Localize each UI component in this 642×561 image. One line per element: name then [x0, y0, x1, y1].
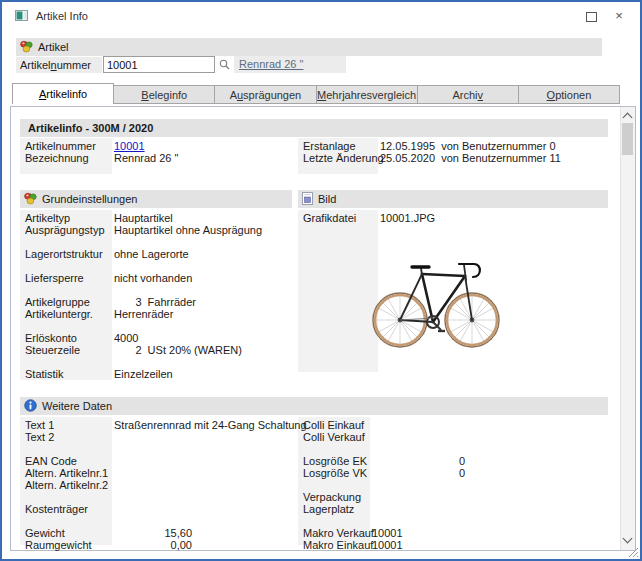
weitere-right-column: Colli EinkaufColli VerkaufLosgröße EK0Lo…	[298, 419, 598, 551]
field-row: Erstanlage12.05.1995 von Benutzernummer …	[298, 140, 598, 152]
field-row: StatistikEinzelzeilen	[20, 368, 296, 380]
resize-grip[interactable]	[628, 547, 639, 560]
artikelinfo-section-title: Artikelinfo - 300M / 2020	[24, 122, 153, 134]
field-value: 2 USt 20% (WAREN)	[112, 344, 242, 356]
maximize-button[interactable]	[580, 8, 602, 24]
field-value	[370, 503, 372, 515]
field-value: 0,00	[112, 539, 192, 551]
field-value	[112, 431, 114, 443]
field-row: Erlöskonto4000	[20, 332, 296, 344]
artikel-section-band: Artikel	[16, 38, 602, 56]
bild-column: Grafikdatei10001.JPG	[298, 212, 608, 224]
tab-optionen[interactable]: Optionen	[519, 85, 620, 104]
field-label: Statistik	[20, 368, 112, 380]
field-row: Gewicht15,60	[20, 527, 296, 539]
bezeichnung-link-cell: Rennrad 26 "	[234, 56, 346, 73]
close-button[interactable]: ×	[608, 8, 630, 24]
row-gap	[298, 479, 598, 491]
field-label: Lagerplatz	[298, 503, 370, 515]
field-label: Makro Verkauf	[298, 527, 370, 539]
field-label: Steuerzeile	[20, 344, 112, 356]
field-label: Colli Einkauf	[298, 419, 370, 431]
row-gap	[20, 284, 296, 296]
field-label: Artikeluntergr.	[20, 308, 112, 320]
tab-mehrjahresvergleich[interactable]: Mehrjahresvergleich	[317, 85, 418, 104]
bezeichnung-link[interactable]: Rennrad 26 "	[239, 58, 303, 70]
title-bar: Artikel Info ×	[2, 2, 640, 30]
tab-bar: ArtikelinfoBeleginfoAusprägungenMehrjahr…	[12, 83, 620, 104]
field-row: Altern. Artikelnr.2	[20, 479, 296, 491]
info-right-column: Erstanlage12.05.1995 von Benutzernummer …	[298, 140, 598, 164]
field-row: Artikelgruppe 3 Fahrräder	[20, 296, 296, 308]
field-value[interactable]: 10001	[112, 140, 145, 152]
row-gap	[20, 320, 296, 332]
field-row: AusprägungstypHauptartikel ohne Ausprägu…	[20, 224, 296, 236]
bicycle-image	[370, 234, 502, 356]
tab-beleginfo[interactable]: Beleginfo	[114, 85, 215, 104]
field-row: Colli Verkauf	[298, 431, 598, 443]
field-label: Losgröße VK	[298, 467, 370, 479]
field-label: Raumgewicht	[20, 539, 112, 551]
field-row: Liefersperrenicht vorhanden	[20, 272, 296, 284]
tab-ausprägungen[interactable]: Ausprägungen	[215, 85, 316, 104]
field-row: Text 2	[20, 431, 296, 443]
row-gap	[20, 260, 296, 272]
field-row: Steuerzeile 2 USt 20% (WAREN)	[20, 344, 296, 356]
field-row: EAN Code	[20, 455, 296, 467]
row-gap	[20, 491, 296, 503]
field-row: Kostenträger	[20, 503, 296, 515]
field-value	[370, 419, 372, 431]
field-value: Herrenräder	[112, 308, 173, 320]
bild-band: Bild	[298, 190, 608, 208]
field-label: Bezeichnung	[20, 152, 112, 164]
vertical-scrollbar[interactable]	[620, 107, 635, 550]
field-row: Losgröße EK0	[298, 455, 598, 467]
grundeinstellungen-title: Grundeinstellungen	[42, 193, 137, 205]
artikel-info-window: Artikel Info × Artikel Artikelnummer Ren…	[0, 0, 642, 561]
field-label: Lagerortstruktur	[20, 248, 112, 260]
scrollbar-thumb[interactable]	[622, 123, 633, 155]
weitere-daten-title: Weitere Daten	[42, 400, 112, 412]
artikelnummer-input[interactable]	[103, 56, 215, 73]
artikel-icon	[20, 40, 33, 55]
field-label: Letzte Änderung	[298, 152, 378, 164]
search-icon[interactable]	[219, 59, 230, 72]
field-value: Rennrad 26 "	[112, 152, 178, 164]
field-value: 4000	[112, 332, 138, 344]
info-left-column: Artikelnummer10001BezeichnungRennrad 26 …	[20, 140, 296, 164]
field-value: Hauptartikel ohne Ausprägung	[112, 224, 262, 236]
weitere-left-column: Text 1Straßenrennrad mit 24-Gang Schaltu…	[20, 419, 296, 551]
field-label: Colli Verkauf	[298, 431, 370, 443]
field-value: 12.05.1995 von Benutzernummer 0	[378, 140, 556, 152]
field-label: Text 1	[20, 419, 112, 431]
field-row: Altern. Artikelnr.1	[20, 467, 296, 479]
field-value	[112, 467, 114, 479]
field-row: Lagerplatz	[298, 503, 598, 515]
field-label: Makro Einkauf	[298, 539, 370, 551]
field-value: 3 Fahrräder	[112, 296, 196, 308]
weitere-daten-band: Weitere Daten	[20, 397, 608, 415]
field-row: Colli Einkauf	[298, 419, 598, 431]
field-value	[370, 491, 372, 503]
field-value: 10001.JPG	[378, 212, 435, 224]
field-value: 25.05.2020 von Benutzernummer 11	[378, 152, 561, 164]
field-label: Text 2	[20, 431, 112, 443]
tab-artikelinfo[interactable]: Artikelinfo	[12, 83, 114, 104]
tab-archiv[interactable]: Archiv	[418, 85, 519, 104]
field-row: BezeichnungRennrad 26 "	[20, 152, 296, 164]
window-icon	[15, 10, 28, 23]
field-row: Makro Verkauf10001	[298, 527, 598, 539]
row-gap	[20, 356, 296, 368]
field-value: 0	[370, 455, 465, 467]
field-row: ArtikeltypHauptartikel	[20, 212, 296, 224]
field-label: Erlöskonto	[20, 332, 112, 344]
row-gap	[298, 515, 598, 527]
label-column-bg	[298, 210, 378, 372]
field-value: nicht vorhanden	[112, 272, 192, 284]
field-row: Artikeluntergr.Herrenräder	[20, 308, 296, 320]
field-row: Lagerortstrukturohne Lagerorte	[20, 248, 296, 260]
field-value: 0	[370, 467, 465, 479]
field-value	[370, 431, 372, 443]
field-value: Straßenrennrad mit 24-Gang Schaltung	[112, 419, 307, 431]
field-label: EAN Code	[20, 455, 112, 467]
